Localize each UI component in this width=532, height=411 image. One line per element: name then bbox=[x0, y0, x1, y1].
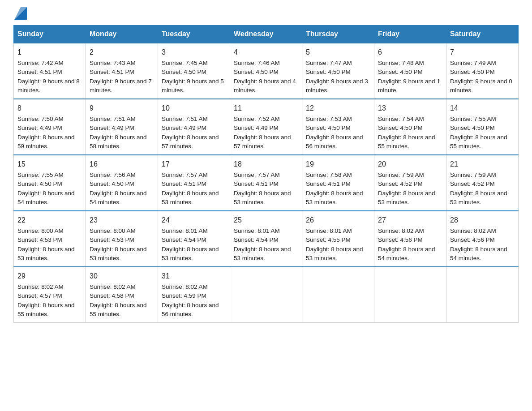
logo-icon bbox=[14, 7, 27, 20]
calendar-cell: 28Sunrise: 8:02 AMSunset: 4:56 PMDayligh… bbox=[446, 211, 519, 267]
calendar-week-row: 15Sunrise: 7:55 AMSunset: 4:50 PMDayligh… bbox=[14, 155, 519, 211]
day-info: Sunrise: 7:55 AMSunset: 4:50 PMDaylight:… bbox=[450, 116, 507, 150]
calendar-week-row: 22Sunrise: 8:00 AMSunset: 4:53 PMDayligh… bbox=[14, 211, 519, 267]
day-info: Sunrise: 7:46 AMSunset: 4:50 PMDaylight:… bbox=[234, 60, 296, 94]
day-info: Sunrise: 8:00 AMSunset: 4:53 PMDaylight:… bbox=[90, 227, 147, 261]
calendar-cell: 12Sunrise: 7:53 AMSunset: 4:50 PMDayligh… bbox=[302, 99, 374, 155]
day-number: 30 bbox=[90, 271, 154, 282]
day-info: Sunrise: 7:57 AMSunset: 4:51 PMDaylight:… bbox=[162, 171, 219, 206]
calendar-cell: 7Sunrise: 7:49 AMSunset: 4:50 PMDaylight… bbox=[446, 43, 519, 99]
day-info: Sunrise: 7:59 AMSunset: 4:52 PMDaylight:… bbox=[450, 171, 507, 206]
day-info: Sunrise: 7:51 AMSunset: 4:49 PMDaylight:… bbox=[90, 116, 147, 150]
calendar-cell: 21Sunrise: 7:59 AMSunset: 4:52 PMDayligh… bbox=[446, 155, 519, 211]
day-number: 17 bbox=[162, 159, 226, 170]
calendar-week-row: 1Sunrise: 7:42 AMSunset: 4:51 PMDaylight… bbox=[14, 43, 519, 99]
column-header-wednesday: Wednesday bbox=[230, 26, 302, 43]
calendar-cell: 11Sunrise: 7:52 AMSunset: 4:49 PMDayligh… bbox=[230, 99, 302, 155]
calendar-week-row: 29Sunrise: 8:02 AMSunset: 4:57 PMDayligh… bbox=[14, 267, 519, 323]
calendar-cell: 10Sunrise: 7:51 AMSunset: 4:49 PMDayligh… bbox=[158, 99, 230, 155]
calendar-cell: 18Sunrise: 7:57 AMSunset: 4:51 PMDayligh… bbox=[230, 155, 302, 211]
day-info: Sunrise: 7:48 AMSunset: 4:50 PMDaylight:… bbox=[378, 60, 440, 94]
calendar-table: SundayMondayTuesdayWednesdayThursdayFrid… bbox=[13, 25, 519, 323]
day-number: 31 bbox=[162, 271, 226, 282]
day-number: 1 bbox=[17, 47, 82, 58]
column-header-friday: Friday bbox=[374, 26, 446, 43]
day-number: 10 bbox=[162, 103, 226, 114]
calendar-cell: 3Sunrise: 7:45 AMSunset: 4:50 PMDaylight… bbox=[158, 43, 230, 99]
calendar-cell bbox=[446, 267, 519, 323]
day-info: Sunrise: 7:52 AMSunset: 4:49 PMDaylight:… bbox=[234, 116, 291, 150]
day-number: 20 bbox=[378, 159, 442, 170]
day-info: Sunrise: 8:02 AMSunset: 4:59 PMDaylight:… bbox=[162, 283, 219, 317]
calendar-cell bbox=[374, 267, 446, 323]
day-info: Sunrise: 7:51 AMSunset: 4:49 PMDaylight:… bbox=[162, 116, 219, 150]
day-number: 18 bbox=[234, 159, 298, 170]
day-number: 15 bbox=[17, 159, 82, 170]
calendar-cell: 9Sunrise: 7:51 AMSunset: 4:49 PMDaylight… bbox=[86, 99, 158, 155]
calendar-cell bbox=[230, 267, 302, 323]
calendar-cell: 6Sunrise: 7:48 AMSunset: 4:50 PMDaylight… bbox=[374, 43, 446, 99]
calendar-cell bbox=[302, 267, 374, 323]
calendar-cell: 1Sunrise: 7:42 AMSunset: 4:51 PMDaylight… bbox=[14, 43, 86, 99]
day-info: Sunrise: 8:02 AMSunset: 4:57 PMDaylight:… bbox=[17, 283, 75, 317]
day-number: 23 bbox=[90, 215, 154, 226]
calendar-cell: 2Sunrise: 7:43 AMSunset: 4:51 PMDaylight… bbox=[86, 43, 158, 99]
calendar-cell: 8Sunrise: 7:50 AMSunset: 4:49 PMDaylight… bbox=[14, 99, 86, 155]
column-header-sunday: Sunday bbox=[14, 26, 86, 43]
day-number: 6 bbox=[378, 47, 442, 58]
day-info: Sunrise: 8:01 AMSunset: 4:54 PMDaylight:… bbox=[162, 227, 219, 261]
calendar-cell: 14Sunrise: 7:55 AMSunset: 4:50 PMDayligh… bbox=[446, 99, 519, 155]
day-info: Sunrise: 7:59 AMSunset: 4:52 PMDaylight:… bbox=[378, 171, 435, 206]
day-number: 26 bbox=[306, 215, 370, 226]
day-info: Sunrise: 7:58 AMSunset: 4:51 PMDaylight:… bbox=[306, 171, 363, 206]
day-number: 29 bbox=[17, 271, 82, 282]
day-number: 16 bbox=[90, 159, 154, 170]
calendar-cell: 5Sunrise: 7:47 AMSunset: 4:50 PMDaylight… bbox=[302, 43, 374, 99]
day-number: 3 bbox=[162, 47, 226, 58]
column-header-thursday: Thursday bbox=[302, 26, 374, 43]
day-number: 24 bbox=[162, 215, 226, 226]
day-info: Sunrise: 7:55 AMSunset: 4:50 PMDaylight:… bbox=[17, 171, 75, 206]
calendar-week-row: 8Sunrise: 7:50 AMSunset: 4:49 PMDaylight… bbox=[14, 99, 519, 155]
calendar-cell: 17Sunrise: 7:57 AMSunset: 4:51 PMDayligh… bbox=[158, 155, 230, 211]
day-number: 7 bbox=[450, 47, 515, 58]
day-info: Sunrise: 7:53 AMSunset: 4:50 PMDaylight:… bbox=[306, 116, 363, 150]
day-number: 13 bbox=[378, 103, 442, 114]
calendar-cell: 31Sunrise: 8:02 AMSunset: 4:59 PMDayligh… bbox=[158, 267, 230, 323]
day-number: 25 bbox=[234, 215, 298, 226]
day-info: Sunrise: 8:02 AMSunset: 4:56 PMDaylight:… bbox=[378, 227, 435, 261]
day-info: Sunrise: 7:49 AMSunset: 4:50 PMDaylight:… bbox=[450, 60, 512, 94]
calendar-header-row: SundayMondayTuesdayWednesdayThursdayFrid… bbox=[14, 26, 519, 43]
day-info: Sunrise: 7:54 AMSunset: 4:50 PMDaylight:… bbox=[378, 116, 435, 150]
day-info: Sunrise: 7:47 AMSunset: 4:50 PMDaylight:… bbox=[306, 60, 368, 94]
day-number: 5 bbox=[306, 47, 370, 58]
day-number: 27 bbox=[378, 215, 442, 226]
day-info: Sunrise: 8:02 AMSunset: 4:58 PMDaylight:… bbox=[90, 283, 147, 317]
day-info: Sunrise: 7:42 AMSunset: 4:51 PMDaylight:… bbox=[17, 60, 80, 94]
logo bbox=[13, 9, 27, 17]
day-number: 21 bbox=[450, 159, 515, 170]
day-info: Sunrise: 7:43 AMSunset: 4:51 PMDaylight:… bbox=[90, 60, 152, 94]
calendar-cell: 26Sunrise: 8:01 AMSunset: 4:55 PMDayligh… bbox=[302, 211, 374, 267]
day-number: 8 bbox=[17, 103, 82, 114]
calendar-cell: 20Sunrise: 7:59 AMSunset: 4:52 PMDayligh… bbox=[374, 155, 446, 211]
calendar-cell: 23Sunrise: 8:00 AMSunset: 4:53 PMDayligh… bbox=[86, 211, 158, 267]
day-number: 14 bbox=[450, 103, 515, 114]
day-number: 19 bbox=[306, 159, 370, 170]
day-info: Sunrise: 8:00 AMSunset: 4:53 PMDaylight:… bbox=[17, 227, 75, 261]
calendar-cell: 30Sunrise: 8:02 AMSunset: 4:58 PMDayligh… bbox=[86, 267, 158, 323]
calendar-cell: 24Sunrise: 8:01 AMSunset: 4:54 PMDayligh… bbox=[158, 211, 230, 267]
column-header-monday: Monday bbox=[86, 26, 158, 43]
calendar-cell: 16Sunrise: 7:56 AMSunset: 4:50 PMDayligh… bbox=[86, 155, 158, 211]
day-number: 12 bbox=[306, 103, 370, 114]
day-number: 2 bbox=[90, 47, 154, 58]
calendar-cell: 27Sunrise: 8:02 AMSunset: 4:56 PMDayligh… bbox=[374, 211, 446, 267]
day-info: Sunrise: 7:56 AMSunset: 4:50 PMDaylight:… bbox=[90, 171, 147, 206]
calendar-cell: 4Sunrise: 7:46 AMSunset: 4:50 PMDaylight… bbox=[230, 43, 302, 99]
calendar-cell: 19Sunrise: 7:58 AMSunset: 4:51 PMDayligh… bbox=[302, 155, 374, 211]
page-header bbox=[13, 9, 519, 17]
calendar-cell: 15Sunrise: 7:55 AMSunset: 4:50 PMDayligh… bbox=[14, 155, 86, 211]
calendar-cell: 13Sunrise: 7:54 AMSunset: 4:50 PMDayligh… bbox=[374, 99, 446, 155]
day-info: Sunrise: 8:01 AMSunset: 4:54 PMDaylight:… bbox=[234, 227, 291, 261]
day-info: Sunrise: 7:50 AMSunset: 4:49 PMDaylight:… bbox=[17, 116, 75, 150]
